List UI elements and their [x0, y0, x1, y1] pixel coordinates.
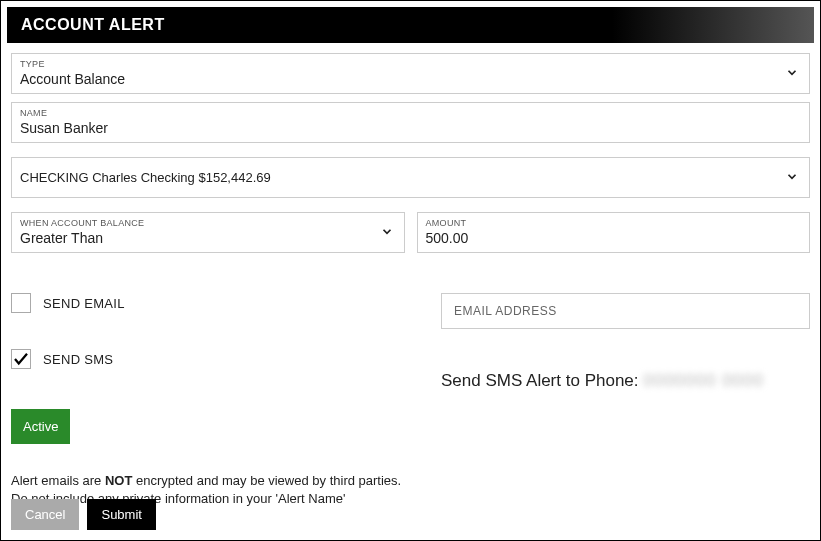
- chevron-down-icon: [785, 169, 799, 186]
- sms-phone-masked: 0000000 0000: [643, 371, 764, 391]
- sms-info-text: Send SMS Alert to Phone: 0000000 0000: [441, 371, 810, 391]
- account-select[interactable]: CHECKING Charles Checking $152,442.69: [11, 157, 810, 198]
- amount-field[interactable]: AMOUNT 500.00: [417, 212, 811, 253]
- sms-prefix: Send SMS Alert to Phone:: [441, 371, 643, 390]
- type-label: TYPE: [20, 59, 801, 69]
- submit-button[interactable]: Submit: [87, 499, 155, 530]
- amount-value: 500.00: [426, 230, 802, 246]
- active-button[interactable]: Active: [11, 409, 70, 444]
- type-value: Account Balance: [20, 71, 801, 87]
- page-title: ACCOUNT ALERT: [7, 7, 814, 43]
- send-sms-label: SEND SMS: [43, 352, 113, 367]
- send-email-checkbox[interactable]: [11, 293, 31, 313]
- amount-label: AMOUNT: [426, 218, 802, 228]
- email-field[interactable]: EMAIL ADDRESS: [441, 293, 810, 329]
- name-label: NAME: [20, 108, 801, 118]
- type-select[interactable]: TYPE Account Balance: [11, 53, 810, 94]
- cancel-button[interactable]: Cancel: [11, 499, 79, 530]
- send-sms-checkbox[interactable]: [11, 349, 31, 369]
- name-field[interactable]: NAME Susan Banker: [11, 102, 810, 143]
- condition-label: WHEN ACCOUNT BALANCE: [20, 218, 396, 228]
- checkmark-icon: [12, 350, 30, 368]
- chevron-down-icon: [380, 224, 394, 241]
- account-value: CHECKING Charles Checking $152,442.69: [20, 170, 801, 185]
- send-email-label: SEND EMAIL: [43, 296, 125, 311]
- chevron-down-icon: [785, 65, 799, 82]
- condition-value: Greater Than: [20, 230, 396, 246]
- name-value: Susan Banker: [20, 120, 801, 136]
- condition-select[interactable]: WHEN ACCOUNT BALANCE Greater Than: [11, 212, 405, 253]
